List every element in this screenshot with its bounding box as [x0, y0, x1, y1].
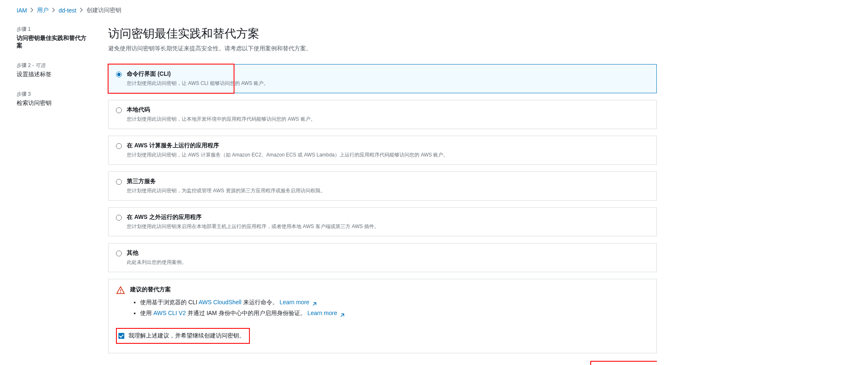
- option-third-party[interactable]: 第三方服务 您计划使用此访问密钥，为监控或管理 AWS 资源的第三方应用程序或服…: [108, 171, 657, 201]
- option-title: 本地代码: [127, 106, 649, 114]
- option-desc: 您计划使用此访问密钥，为监控或管理 AWS 资源的第三方应用程序或服务启用访问权…: [127, 187, 649, 194]
- option-desc: 此处未列出您的使用案例。: [127, 258, 649, 266]
- radio-icon[interactable]: [116, 251, 122, 256]
- option-title: 其他: [127, 249, 649, 257]
- option-desc: 您计划使用此访问密钥来启用在本地部署主机上运行的应用程序，或者使用本地 AWS …: [127, 223, 649, 230]
- confirm-checkbox[interactable]: [118, 333, 124, 339]
- option-title: 命令行界面 (CLI): [127, 70, 649, 78]
- alternatives-title: 建议的替代方案: [130, 286, 171, 293]
- chevron-right-icon: [80, 7, 83, 14]
- option-aws-compute[interactable]: 在 AWS 计算服务上运行的应用程序 您计划使用此访问密钥，让 AWS 计算服务…: [108, 136, 657, 165]
- wizard-step-1[interactable]: 步骤 1 访问密钥最佳实践和替代方案: [17, 26, 91, 57]
- confirm-label: 我理解上述建议，并希望继续创建访问密钥。: [128, 332, 245, 340]
- option-local-code[interactable]: 本地代码 您计划使用此访问密钥，让本地开发环境中的应用程序代码能够访问您的 AW…: [108, 100, 657, 129]
- option-title: 第三方服务: [127, 178, 649, 185]
- step-title: 检索访问密钥: [17, 99, 91, 107]
- svg-point-1: [120, 292, 121, 293]
- breadcrumb: IAM 用户 dd-test 创建访问密钥: [17, 7, 868, 14]
- option-cli[interactable]: 命令行界面 (CLI) 您计划使用此访问密钥，让 AWS CLI 能够访问您的 …: [108, 64, 657, 93]
- page-title: 访问密钥最佳实践和替代方案: [108, 26, 657, 42]
- breadcrumb-user-name[interactable]: dd-test: [59, 7, 76, 14]
- breadcrumb-iam[interactable]: IAM: [17, 7, 27, 14]
- option-outside-aws[interactable]: 在 AWS 之外运行的应用程序 您计划使用此访问密钥来启用在本地部署主机上运行的…: [108, 207, 657, 236]
- alternative-item-cliv2: 使用 AWS CLI V2 并通过 IAM 身份中心中的用户启用身份验证。 Le…: [140, 308, 649, 318]
- wizard-step-2[interactable]: 步骤 2 - 可选 设置描述标签: [17, 62, 91, 86]
- chevron-right-icon: [52, 7, 55, 14]
- step-label: 步骤 3: [17, 91, 91, 98]
- step-title: 设置描述标签: [17, 71, 91, 78]
- radio-icon[interactable]: [116, 72, 122, 77]
- learn-more-link[interactable]: Learn more: [280, 299, 317, 305]
- radio-icon[interactable]: [116, 215, 122, 221]
- alternatives-box: 建议的替代方案 使用基于浏览器的 CLI AWS CloudShell 来运行命…: [108, 279, 657, 353]
- radio-icon[interactable]: [116, 107, 122, 113]
- option-title: 在 AWS 之外运行的应用程序: [127, 214, 649, 221]
- breadcrumb-current: 创建访问密钥: [86, 7, 121, 14]
- cloudshell-link[interactable]: AWS CloudShell: [199, 299, 242, 305]
- wizard-sidebar: 步骤 1 访问密钥最佳实践和替代方案 步骤 2 - 可选 设置描述标签 步骤 3…: [17, 26, 91, 365]
- page-subtitle: 避免使用访问密钥等长期凭证来提高安全性。请考虑以下使用案例和替代方案。: [108, 45, 657, 52]
- warning-icon: [116, 286, 125, 295]
- option-desc: 您计划使用此访问密钥，让本地开发环境中的应用程序代码能够访问您的 AWS 账户。: [127, 115, 649, 123]
- radio-icon[interactable]: [116, 143, 122, 149]
- radio-icon[interactable]: [116, 179, 122, 185]
- chevron-right-icon: [30, 7, 34, 14]
- wizard-step-3[interactable]: 步骤 3 检索访问密钥: [17, 91, 91, 114]
- step-label: 步骤 2 - 可选: [17, 62, 91, 69]
- learn-more-link[interactable]: Learn more: [307, 310, 344, 316]
- breadcrumb-users[interactable]: 用户: [37, 7, 49, 14]
- option-desc: 您计划使用此访问密钥，让 AWS CLI 能够访问您的 AWS 账户。: [127, 79, 649, 87]
- external-link-icon: [340, 311, 345, 316]
- option-other[interactable]: 其他 此处未列出您的使用案例。: [108, 243, 657, 272]
- option-title: 在 AWS 计算服务上运行的应用程序: [127, 142, 649, 149]
- step-title: 访问密钥最佳实践和替代方案: [17, 35, 91, 50]
- aws-cli-v2-link[interactable]: AWS CLI V2: [153, 310, 186, 316]
- highlight-box: 我理解上述建议，并希望继续创建访问密钥。: [116, 328, 250, 344]
- step-label: 步骤 1: [17, 26, 91, 33]
- highlight-box: [590, 361, 657, 365]
- alternative-item-cloudshell: 使用基于浏览器的 CLI AWS CloudShell 来运行命令。 Learn…: [140, 298, 649, 307]
- main-content: 访问密钥最佳实践和替代方案 避免使用访问密钥等长期凭证来提高安全性。请考虑以下使…: [108, 26, 657, 365]
- external-link-icon: [312, 300, 317, 305]
- option-desc: 您计划使用此访问密钥，让 AWS 计算服务（如 Amazon EC2、Amazo…: [127, 151, 649, 159]
